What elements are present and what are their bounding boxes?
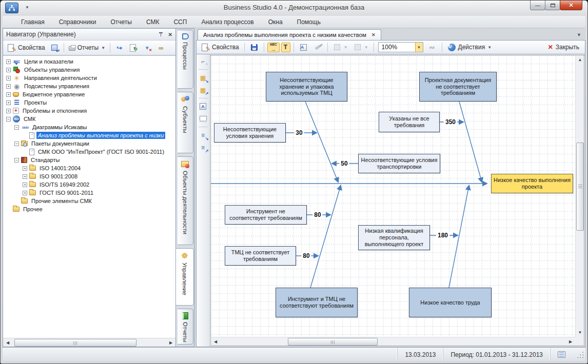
properties-button[interactable]: Свойства — [5, 42, 47, 53]
tree-expander-icon[interactable]: + — [6, 59, 11, 64]
pin-icon[interactable] — [159, 32, 163, 37]
status-detail-button[interactable] — [550, 348, 573, 361]
tree-item[interactable]: −»»»Диаграммы Исикавы — [3, 123, 175, 131]
zoom-combobox[interactable]: 100% ▼ — [378, 42, 423, 52]
tree-expander-icon[interactable]: − — [14, 141, 19, 146]
connector-icon[interactable]: ⌐ — [199, 57, 208, 66]
tree-item[interactable]: Прочие элементы СМК — [3, 197, 175, 205]
diagram-vertical-scrollbar[interactable]: ▲ ▼ — [575, 55, 584, 337]
menu-item-0[interactable]: Главная — [14, 16, 52, 28]
tree-expander-icon[interactable]: + — [6, 109, 11, 113]
tree-expander-icon[interactable]: + — [23, 166, 27, 171]
side-tab-0[interactable]: Процессы — [178, 30, 193, 89]
copy-dropdown-button[interactable]: ▼ — [351, 42, 370, 53]
scrollbar-thumb[interactable] — [288, 338, 378, 346]
menu-item-6[interactable]: Окна — [261, 16, 290, 28]
menu-item-3[interactable]: СМК — [139, 16, 167, 28]
tree-item[interactable]: Анализ проблемы выполнения проекта с низ… — [3, 131, 175, 139]
menu-item-5[interactable]: Анализ процессов — [194, 16, 261, 28]
scroll-right-icon[interactable]: ▶ — [566, 338, 575, 346]
refresh-button[interactable] — [127, 42, 140, 53]
diagram-properties-button[interactable]: Свойства — [199, 42, 241, 53]
navigator-horizontal-scrollbar[interactable]: ◀ ▶ — [3, 338, 175, 347]
scrollbar-thumb[interactable] — [576, 143, 584, 231]
tree-item[interactable]: +Бюджетное управление — [3, 90, 175, 98]
cause-box[interactable]: Несоответствующие условия хранения — [214, 123, 286, 143]
tree-expander-icon[interactable]: + — [23, 191, 27, 195]
cause-box[interactable]: Инструмент не соответствует требованиям — [225, 205, 307, 225]
tree-item[interactable]: −ISOСМК — [3, 115, 175, 123]
menu-item-4[interactable]: ССП — [166, 16, 194, 28]
side-tab-1[interactable]: Субъекты — [178, 92, 193, 153]
tree-item[interactable]: СМК ООО "ИнТехПроект" (ГОСТ ISO 9001-201… — [3, 148, 175, 156]
scroll-left-icon[interactable]: ◀ — [4, 339, 12, 347]
actions-button[interactable]: ↻ Действия ▼ — [445, 42, 494, 53]
category-box-bottom-right[interactable]: Низкое качество труда — [409, 288, 492, 317]
tree-expander-icon[interactable]: − — [14, 158, 19, 163]
tree-expander-icon[interactable]: + — [6, 92, 11, 97]
close-button[interactable]: ✕ — [560, 1, 582, 10]
auto-name-toggle[interactable]: ABC→ — [267, 43, 280, 52]
category-box-top-left[interactable]: Несоответствующие хранение и упаковка ис… — [266, 72, 347, 102]
tree-item[interactable]: +ISO 9001:2008 — [3, 172, 175, 180]
filter-clear-button[interactable]: ▼ — [141, 42, 153, 53]
save-button[interactable] — [248, 42, 261, 53]
tree-expander-icon[interactable]: + — [23, 183, 27, 187]
scroll-left-icon[interactable]: ◀ — [211, 338, 220, 346]
reports-button[interactable]: Отчеты ▼ — [67, 43, 107, 53]
tab-close-icon[interactable]: ✕ — [371, 32, 376, 37]
tree-item[interactable]: +ISO/TS 16949:2002 — [3, 180, 175, 189]
scroll-right-icon[interactable]: ▶ — [167, 339, 175, 347]
tree-item[interactable]: Прочее — [3, 205, 175, 213]
tab-list-dropdown-icon[interactable]: ▼ — [577, 32, 581, 37]
category-box-bottom-left[interactable]: Инструмент и ТМЦ не соответствуют требов… — [276, 288, 358, 317]
resize-grip[interactable] — [577, 351, 584, 358]
side-tab-2[interactable]: Объекты деятельности — [178, 156, 193, 245]
side-tab-3[interactable]: ☸Управление — [176, 248, 194, 306]
maximize-button[interactable] — [545, 1, 560, 10]
side-tab-4[interactable]: Отчеты — [178, 309, 193, 345]
scroll-up-icon[interactable]: ▲ — [576, 56, 584, 64]
tree-item[interactable]: +ISO 14001:2004 — [3, 164, 175, 172]
tree-expander-icon[interactable]: + — [6, 68, 11, 72]
close-document-button[interactable]: ✕ Закрыть — [546, 42, 582, 52]
tree-expander-icon[interactable]: − — [6, 117, 11, 122]
tree-item[interactable]: +BSCЦели и показатели — [3, 57, 175, 66]
link-button[interactable]: ∞ — [154, 42, 167, 53]
cause-box[interactable]: Несоответствующие условия транспортировк… — [358, 154, 440, 173]
tree-item[interactable]: +☰Проекты — [3, 98, 175, 107]
menu-item-7[interactable]: Помощь — [290, 16, 328, 28]
zoom-dropdown-icon[interactable]: ▼ — [415, 43, 423, 52]
navigator-close-icon[interactable]: ✕ — [168, 32, 172, 37]
minimize-button[interactable]: — — [530, 1, 545, 10]
add-shape-down-icon[interactable]: ▦↘ — [199, 73, 208, 82]
tree-item[interactable]: +◉Подсистемы управления — [3, 82, 175, 90]
tree-expander-icon[interactable]: + — [6, 100, 11, 105]
list-up-icon[interactable]: ≡↗ — [199, 143, 208, 152]
image-export-icon[interactable]: A — [199, 102, 208, 111]
list-down-icon[interactable]: ≡↘ — [199, 131, 208, 139]
format-text-button[interactable]: A — [297, 42, 310, 53]
cause-box[interactable]: Указаны не все требования — [379, 112, 440, 132]
tree-expander-icon[interactable]: + — [23, 174, 27, 179]
tree-item[interactable]: +ГОСТ ISO 9001-2011 — [3, 189, 175, 197]
text-display-toggle[interactable]: T — [281, 43, 290, 52]
tree-item[interactable]: +Объекты управления — [3, 66, 175, 74]
break-link-button[interactable]: ∾ — [426, 42, 439, 53]
tree-item[interactable]: ++Проблемы и отклонения — [3, 107, 175, 115]
scroll-down-icon[interactable]: ▼ — [576, 329, 584, 336]
diagram-horizontal-scrollbar[interactable]: ◀ ▶ — [211, 337, 575, 346]
cause-box[interactable]: ТМЦ не соответствует требованиям — [225, 246, 296, 266]
document-tab[interactable]: Анализ проблемы выполнения проекта с низ… — [198, 29, 381, 40]
tree-item[interactable]: −Пакеты документации — [3, 139, 175, 148]
cause-box[interactable]: Низкая квалификация персонала, выполняющ… — [358, 225, 430, 250]
diagram-canvas[interactable]: Несоответствующие хранение и упаковка ис… — [211, 55, 584, 346]
tree-expander-icon[interactable]: − — [14, 125, 19, 130]
tree-expander-icon[interactable]: + — [6, 84, 11, 89]
menu-item-1[interactable]: Справочники — [52, 16, 104, 28]
tree-item[interactable]: −Стандарты — [3, 156, 175, 164]
paste-dropdown-button[interactable]: ▼ — [331, 42, 350, 53]
add-shape-up-icon[interactable]: ▦↗ — [199, 86, 208, 94]
category-box-top-right[interactable]: Проектная документация не соответствует … — [419, 72, 497, 102]
frame-icon[interactable] — [199, 114, 208, 123]
